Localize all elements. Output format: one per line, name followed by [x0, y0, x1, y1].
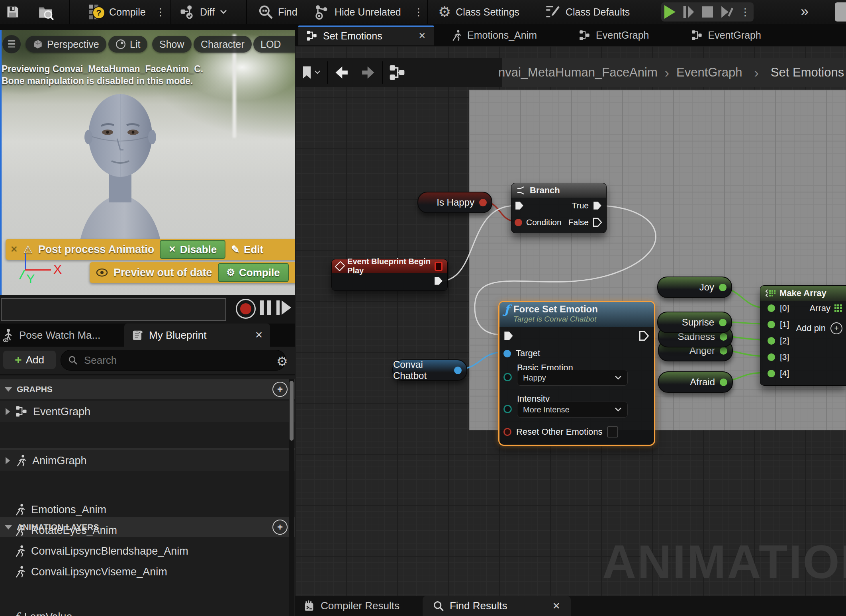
exec-output-pin-true[interactable]: [593, 201, 602, 210]
float-output-pin[interactable]: [720, 379, 727, 386]
node-joy[interactable]: Joy: [657, 277, 732, 298]
target-input-pin[interactable]: [503, 350, 511, 357]
bottom-tabstrip: Compiler Results Find Results ✕: [295, 596, 846, 616]
intensity-enum-pin[interactable]: [503, 405, 512, 413]
false-label: False: [568, 218, 589, 227]
search-icon: [433, 600, 444, 612]
branch-title: Branch: [530, 185, 560, 196]
array-output-pin[interactable]: [834, 304, 842, 312]
node-afraid[interactable]: Afraid: [658, 371, 733, 393]
tab-find-results[interactable]: Find Results ✕: [423, 596, 571, 616]
function-icon: ƒ: [504, 304, 509, 316]
array-input-1: [1]: [768, 320, 789, 329]
condition-input-pin[interactable]: [515, 219, 522, 226]
exec-input-pin[interactable]: [503, 331, 514, 341]
node-event-begin-play[interactable]: Event Blueprint Begin Play: [331, 259, 448, 291]
exec-input-pin[interactable]: [515, 201, 524, 210]
begin-play-title: Event Blueprint Begin Play: [347, 257, 431, 275]
array-input-2: [2]: [768, 336, 789, 345]
unreal-animation-blueprint-editor: { "toolbar":{"compile":"Compile","diff":…: [0, 0, 846, 616]
array-element-pin[interactable]: [768, 321, 775, 328]
array-element-pin[interactable]: [768, 353, 775, 361]
object-output-pin[interactable]: [454, 367, 462, 374]
target-label: Target: [516, 348, 540, 359]
float-output-pin[interactable]: [720, 333, 727, 341]
find-results-label: Find Results: [450, 600, 507, 612]
close-icon[interactable]: ✕: [552, 600, 560, 612]
add-pin-label: Add pin: [796, 323, 826, 334]
exec-output-pin[interactable]: [639, 331, 649, 341]
suprise-label: Suprise: [682, 317, 714, 328]
is-happy-label: Is Happy: [437, 197, 474, 208]
bool-output-pin[interactable]: [479, 199, 487, 206]
node-convai-chatbot[interactable]: Convai Chatbot: [392, 359, 467, 381]
tab-compiler-results[interactable]: Compiler Results: [295, 596, 408, 616]
basic-emotion-dropdown[interactable]: Happy: [517, 370, 628, 386]
branch-icon: [516, 186, 526, 195]
afraid-label: Afraid: [690, 377, 715, 388]
pin-1-label: [1]: [780, 320, 789, 329]
array-input-0: [0]: [768, 303, 789, 313]
exec-output-pin-false[interactable]: [593, 218, 602, 227]
branch-true-pin-row: True: [572, 201, 602, 210]
branch-condition-row: Condition: [515, 218, 562, 227]
force-set-emotion-title: Force Set Emotion: [513, 304, 598, 315]
condition-label: Condition: [526, 218, 562, 227]
chevron-down-icon: [615, 375, 622, 380]
joy-label: Joy: [699, 282, 714, 293]
node-suprise[interactable]: Suprise: [657, 312, 732, 333]
compiler-results-icon: [304, 600, 315, 612]
node-make-array[interactable]: Make Array [0] [1] [2] [3] [4] Array Add…: [760, 285, 846, 386]
pin-4-label: [4]: [780, 369, 789, 378]
intensity-value: More Intense: [523, 405, 570, 414]
reset-other-emotions-label: Reset Other Emotions: [516, 427, 602, 437]
float-output-pin[interactable]: [719, 319, 727, 326]
add-pin-icon: +: [830, 322, 842, 334]
float-output-pin[interactable]: [720, 347, 727, 355]
force-set-emotion-subtitle: Target is Convai Chatbot: [513, 315, 598, 324]
float-output-pin[interactable]: [719, 284, 727, 291]
array-element-pin[interactable]: [768, 337, 775, 345]
event-badge-icon: [435, 262, 443, 271]
exec-output-pin[interactable]: [434, 276, 443, 286]
target-pin-row: Target: [503, 348, 540, 359]
basic-emotion-enum-pin[interactable]: [503, 373, 512, 381]
event-diamond-icon: [335, 261, 345, 271]
pin-2-label: [2]: [780, 336, 789, 345]
array-output-row: Array: [809, 303, 842, 314]
array-input-4: [4]: [768, 369, 789, 378]
intensity-dropdown[interactable]: More Intense: [517, 402, 628, 418]
reset-other-emotions-row: Reset Other Emotions: [503, 426, 618, 437]
basic-emotion-value: Happy: [523, 373, 546, 383]
array-output-label: Array: [809, 303, 830, 314]
branch-false-pin-row: False: [568, 218, 602, 227]
add-pin-row[interactable]: Add pin +: [796, 322, 842, 334]
node-branch[interactable]: Branch True Condition False: [511, 183, 607, 233]
array-input-3: [3]: [768, 352, 789, 362]
pin-3-label: [3]: [780, 352, 789, 362]
true-label: True: [572, 201, 589, 210]
compiler-results-label: Compiler Results: [321, 600, 400, 612]
pin-0-label: [0]: [780, 303, 789, 313]
chevron-down-icon: [615, 407, 622, 412]
convai-chatbot-label: Convai Chatbot: [393, 359, 449, 381]
node-is-happy[interactable]: Is Happy: [417, 192, 492, 213]
make-array-icon: [765, 289, 776, 298]
node-force-set-emotion[interactable]: ƒ Force Set Emotion Target is Convai Cha…: [498, 301, 655, 446]
reset-bool-pin[interactable]: [503, 428, 511, 436]
array-element-pin[interactable]: [768, 370, 775, 377]
array-element-pin[interactable]: [768, 304, 775, 312]
graph-wires: [0, 0, 846, 616]
make-array-title: Make Array: [779, 288, 826, 298]
reset-checkbox[interactable]: [607, 426, 618, 437]
